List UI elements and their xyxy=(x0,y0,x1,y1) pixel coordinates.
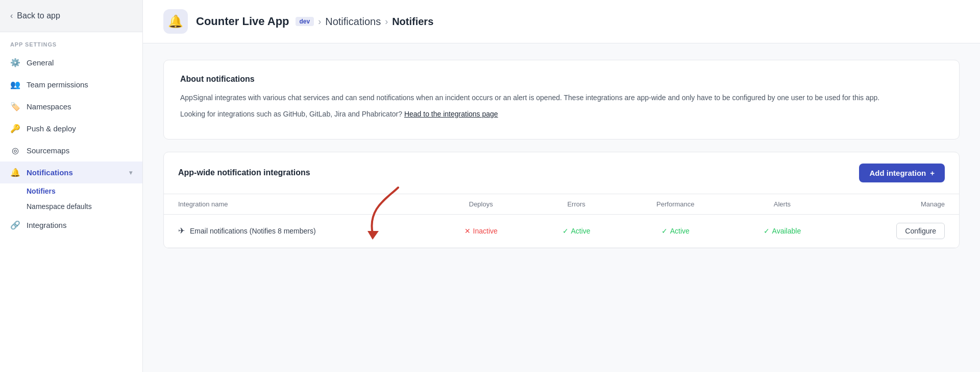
col-manage: Manage xyxy=(836,194,959,215)
link-icon: 🔗 xyxy=(10,220,20,230)
col-deploys: Deploys xyxy=(431,194,531,215)
integrations-table: Integration name Deploys Errors Performa… xyxy=(164,194,959,248)
add-integration-button[interactable]: Add integration + xyxy=(859,164,945,182)
errors-cell: ✓ Active xyxy=(531,214,622,247)
sidebar-item-notifications[interactable]: 🔔 Notifications ▾ xyxy=(0,161,142,183)
plus-icon: + xyxy=(930,169,935,177)
back-to-app[interactable]: ‹ Back to app xyxy=(0,0,142,32)
about-card-p2: Looking for integrations such as GitHub,… xyxy=(180,108,943,121)
integrations-page-link[interactable]: Head to the integrations page xyxy=(404,110,498,118)
performance-status: ✓ Active xyxy=(636,227,715,235)
notifications-submenu: Notifiers Namespace defaults xyxy=(0,183,142,214)
breadcrumb-sep-2: › xyxy=(385,16,388,27)
page-header: 🔔 Counter Live App dev › Notifications ›… xyxy=(143,0,980,43)
sidebar-item-integrations[interactable]: 🔗 Integrations xyxy=(0,214,142,236)
about-card-p1: AppSignal integrates with various chat s… xyxy=(180,92,943,104)
manage-cell: Configure xyxy=(836,214,959,247)
sidebar-item-label: Notifications xyxy=(27,168,73,177)
env-badge: dev xyxy=(296,17,314,26)
email-icon: ✈ xyxy=(178,226,185,236)
chevron-down-icon: ▾ xyxy=(129,169,132,176)
sidebar-item-label: Push & deploy xyxy=(27,124,76,133)
deploys-cell: ✕ Inactive xyxy=(431,214,531,247)
sidebar-item-team-permissions[interactable]: 👥 Team permissions xyxy=(0,74,142,96)
sidebar-item-label: Namespaces xyxy=(27,102,71,111)
integration-name-cell: ✈ Email notifications (Notifies 8 member… xyxy=(164,214,431,247)
sidebar-item-label: Integrations xyxy=(27,221,66,229)
content-area: About notifications AppSignal integrates… xyxy=(143,43,980,265)
deploys-status: ✕ Inactive xyxy=(446,227,517,235)
sidebar-item-label: Team permissions xyxy=(27,80,88,89)
breadcrumb-notifiers: Notifiers xyxy=(392,16,433,28)
table-header-row: Integration name Deploys Errors Performa… xyxy=(164,194,959,215)
sidebar-item-label: General xyxy=(27,58,54,67)
integrations-header: App-wide notification integrations Add i… xyxy=(164,152,959,194)
tag-icon: 🏷️ xyxy=(10,102,20,111)
about-card: About notifications AppSignal integrates… xyxy=(163,60,960,140)
sidebar-item-label: Sourcemaps xyxy=(27,146,69,155)
sidebar-item-general[interactable]: ⚙️ General xyxy=(0,52,142,74)
app-name: Counter Live App xyxy=(196,15,289,28)
sidebar-sub-item-namespace-defaults[interactable]: Namespace defaults xyxy=(27,199,142,214)
performance-cell: ✓ Active xyxy=(622,214,729,247)
check-icon: ✓ xyxy=(562,227,569,235)
team-icon: 👥 xyxy=(10,80,20,89)
deploys-status-text: Inactive xyxy=(473,227,498,235)
col-integration-name: Integration name xyxy=(164,194,431,215)
col-errors: Errors xyxy=(531,194,622,215)
sidebar: ‹ Back to app APP SETTINGS ⚙️ General 👥 … xyxy=(0,0,143,372)
errors-status: ✓ Active xyxy=(545,227,608,235)
col-alerts: Alerts xyxy=(729,194,835,215)
integrations-title: App-wide notification integrations xyxy=(178,168,310,177)
col-performance: Performance xyxy=(622,194,729,215)
back-label: Back to app xyxy=(17,11,60,20)
alerts-status: ✓ Available xyxy=(743,227,821,235)
alerts-cell: ✓ Available xyxy=(729,214,835,247)
configure-button[interactable]: Configure xyxy=(896,223,945,239)
app-icon: 🔔 xyxy=(163,9,188,34)
integration-name-wrapper: ✈ Email notifications (Notifies 8 member… xyxy=(178,226,417,236)
sidebar-item-namespaces[interactable]: 🏷️ Namespaces xyxy=(0,96,142,118)
bell-icon: 🔔 xyxy=(10,168,20,177)
chevron-left-icon: ‹ xyxy=(10,11,13,20)
check-icon-2: ✓ xyxy=(662,227,668,235)
integration-name-text: Email notifications (Notifies 8 members) xyxy=(190,227,316,235)
sidebar-sub-item-notifiers[interactable]: Notifiers xyxy=(27,183,142,199)
sidebar-item-sourcemaps[interactable]: ◎ Sourcemaps xyxy=(0,140,142,161)
gear-icon: ⚙️ xyxy=(10,58,20,67)
sourcemaps-icon: ◎ xyxy=(10,146,20,155)
sidebar-item-push-deploy[interactable]: 🔑 Push & deploy xyxy=(0,118,142,140)
table-row: ✈ Email notifications (Notifies 8 member… xyxy=(164,214,959,247)
breadcrumb: Counter Live App dev › Notifications › N… xyxy=(196,15,433,28)
alerts-status-text: Available xyxy=(772,227,801,235)
section-label: APP SETTINGS xyxy=(0,32,142,52)
about-card-title: About notifications xyxy=(180,75,943,84)
integrations-card-wrapper: App-wide notification integrations Add i… xyxy=(163,152,960,248)
errors-status-text: Active xyxy=(571,227,591,235)
check-icon-3: ✓ xyxy=(764,227,770,235)
main-content: 🔔 Counter Live App dev › Notifications ›… xyxy=(143,0,980,372)
breadcrumb-notifications: Notifications xyxy=(325,16,381,28)
key-icon: 🔑 xyxy=(10,124,20,133)
add-integration-label: Add integration xyxy=(869,169,926,177)
integrations-card: App-wide notification integrations Add i… xyxy=(163,152,960,248)
breadcrumb-sep-1: › xyxy=(318,16,321,27)
performance-status-text: Active xyxy=(670,227,690,235)
x-icon: ✕ xyxy=(464,227,471,235)
